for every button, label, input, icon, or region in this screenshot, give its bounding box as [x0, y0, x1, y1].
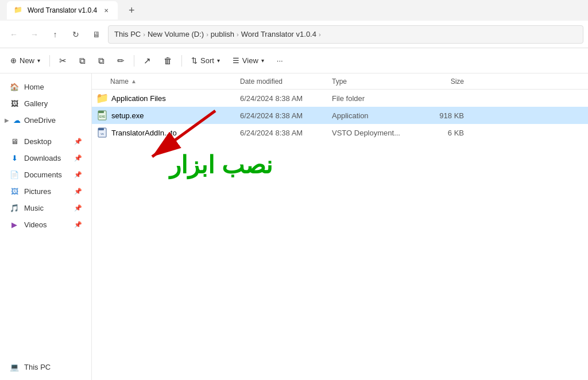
view-chevron-icon: ▾ — [261, 57, 264, 64]
breadcrumb-volume: New Volume (D:) — [148, 30, 204, 38]
breadcrumb-thispc: This PC — [114, 30, 141, 38]
breadcrumb-publish: publish — [211, 30, 234, 38]
pin-icon-videos: 📌 — [74, 221, 82, 228]
file-type-setup: Application — [332, 111, 418, 120]
sort-arrow-icon: ▲ — [131, 78, 137, 84]
pictures-icon: 🖼 — [9, 186, 20, 196]
column-size[interactable]: Size — [418, 77, 464, 86]
filelist-header: Name ▲ Date modified Type Size — [92, 73, 588, 90]
paste-button[interactable]: ⧉ — [92, 52, 110, 70]
new-label: New — [20, 56, 34, 65]
more-icon: ··· — [277, 56, 283, 65]
toolbar: ⊕ New ▾ ✂ ⧉ ⧉ ✏ ↗ 🗑 ⇅ Sort ▾ ☰ View ▾ ··… — [0, 48, 588, 73]
svg-text:EXE: EXE — [99, 115, 106, 118]
column-name[interactable]: Name ▲ — [96, 77, 240, 86]
toolbar-separator-1 — [49, 55, 50, 67]
new-tab-button[interactable]: + — [122, 1, 141, 20]
exe-icon: EXE — [96, 110, 108, 121]
toolbar-separator-2 — [134, 55, 134, 67]
breadcrumb-sep2: › — [206, 31, 208, 38]
sidebar-label-videos: Videos — [24, 220, 47, 229]
folder-icon: 📁 — [96, 92, 108, 104]
sidebar-item-music[interactable]: 🎵 Music 📌 — [2, 200, 89, 216]
toolbar-separator-3 — [181, 55, 182, 67]
name-column-label: Name — [110, 77, 129, 86]
view-button[interactable]: 🖥 — [87, 25, 106, 44]
size-column-label: Size — [451, 77, 464, 86]
desktop-icon: 🖥 — [9, 136, 20, 146]
table-row[interactable]: 📁 Application Files 6/24/2024 8:38 AM Fi… — [92, 90, 588, 107]
view-list-icon: ☰ — [233, 56, 239, 65]
pin-icon-desktop: 📌 — [74, 138, 82, 145]
thispc-icon: 💻 — [9, 362, 20, 372]
column-date-modified[interactable]: Date modified — [240, 77, 332, 86]
cut-button[interactable]: ✂ — [53, 52, 72, 70]
tab-title: Word Translator v1.0.4 — [28, 6, 97, 14]
sidebar-item-home[interactable]: 🏠 Home — [2, 79, 89, 95]
active-tab[interactable]: 📁 Word Translator v1.0.4 ✕ — [7, 1, 118, 20]
file-list: Name ▲ Date modified Type Size 📁 Applica… — [92, 73, 588, 380]
up-button[interactable]: ↑ — [46, 25, 64, 44]
file-name-translator: TranslatorAddIn...to — [111, 129, 240, 137]
column-type[interactable]: Type — [332, 77, 418, 86]
breadcrumb-sep3: › — [237, 31, 239, 38]
copy-icon: ⧉ — [79, 56, 86, 66]
back-button[interactable]: ← — [5, 25, 23, 44]
sidebar-label-music: Music — [24, 204, 44, 212]
svg-rect-1 — [98, 111, 104, 113]
sort-chevron-icon: ▾ — [217, 57, 220, 64]
share-icon: ↗ — [144, 56, 151, 66]
file-type-appfiles: File folder — [332, 94, 418, 103]
sidebar-item-onedrive[interactable]: ▶ ☁ OneDrive — [0, 112, 91, 128]
view-label: View — [242, 56, 258, 65]
paste-icon: ⧉ — [98, 56, 105, 66]
sidebar-item-pictures[interactable]: 🖼 Pictures 📌 — [2, 183, 89, 199]
rename-button[interactable]: ✏ — [111, 52, 130, 70]
file-size-setup: 918 KB — [418, 111, 464, 120]
sort-label: Sort — [200, 56, 214, 65]
file-date-appfiles: 6/24/2024 8:38 AM — [240, 94, 332, 103]
sidebar-item-documents[interactable]: 📄 Documents 📌 — [2, 166, 89, 183]
view-button[interactable]: ☰ View ▾ — [227, 52, 270, 70]
table-row[interactable]: EXE setup.exe 6/24/2024 8:38 AM Applicat… — [92, 107, 588, 124]
svg-text:VS: VS — [100, 133, 104, 135]
sidebar-item-downloads[interactable]: ⬇ Downloads 📌 — [2, 150, 89, 166]
onedrive-icon: ☁ — [11, 115, 22, 125]
forward-button[interactable]: → — [25, 25, 44, 44]
sidebar-item-videos[interactable]: ▶ Videos 📌 — [2, 216, 89, 232]
sidebar-label-thispc: This PC — [24, 363, 51, 371]
breadcrumb-sep1: › — [143, 31, 145, 38]
videos-icon: ▶ — [9, 219, 20, 230]
pin-icon-pictures: 📌 — [74, 188, 82, 195]
pin-icon-downloads: 📌 — [74, 154, 82, 162]
sidebar-label-downloads: Downloads — [24, 154, 61, 162]
file-name-setup: setup.exe — [111, 111, 240, 120]
addressbar: ← → ↑ ↻ 🖥 This PC › New Volume (D:) › pu… — [0, 21, 588, 48]
sidebar-label-home: Home — [24, 83, 44, 91]
sidebar-item-thispc[interactable]: 💻 This PC — [2, 359, 90, 375]
table-row[interactable]: VS TranslatorAddIn...to 6/24/2024 8:38 A… — [92, 124, 588, 141]
file-size-translator: 6 KB — [418, 129, 464, 137]
file-type-translator: VSTO Deployment... — [332, 129, 418, 137]
music-icon: 🎵 — [9, 203, 20, 213]
sort-button[interactable]: ⇅ Sort ▾ — [185, 52, 226, 70]
new-button[interactable]: ⊕ New ▾ — [5, 52, 46, 70]
delete-button[interactable]: 🗑 — [158, 52, 178, 70]
sidebar: 🏠 Home 🖼 Gallery ▶ ☁ OneDrive 🖥 Desktop … — [0, 73, 92, 380]
copy-button[interactable]: ⧉ — [74, 52, 91, 70]
sidebar-label-pictures: Pictures — [24, 187, 51, 196]
file-date-setup: 6/24/2024 8:38 AM — [240, 111, 332, 120]
refresh-button[interactable]: ↻ — [67, 25, 85, 44]
date-column-label: Date modified — [240, 77, 283, 86]
share-button[interactable]: ↗ — [138, 52, 157, 70]
titlebar: 📁 Word Translator v1.0.4 ✕ + — [0, 0, 588, 21]
more-options-button[interactable]: ··· — [271, 52, 289, 70]
cut-icon: ✂ — [59, 56, 67, 66]
breadcrumb[interactable]: This PC › New Volume (D:) › publish › Wo… — [108, 25, 583, 44]
sidebar-item-gallery[interactable]: 🖼 Gallery — [2, 95, 89, 111]
pin-icon-music: 📌 — [74, 204, 82, 212]
tab-close-button[interactable]: ✕ — [102, 6, 111, 15]
pin-icon-documents: 📌 — [74, 171, 82, 179]
sidebar-item-desktop[interactable]: 🖥 Desktop 📌 — [2, 133, 89, 149]
new-icon: ⊕ — [10, 56, 17, 65]
